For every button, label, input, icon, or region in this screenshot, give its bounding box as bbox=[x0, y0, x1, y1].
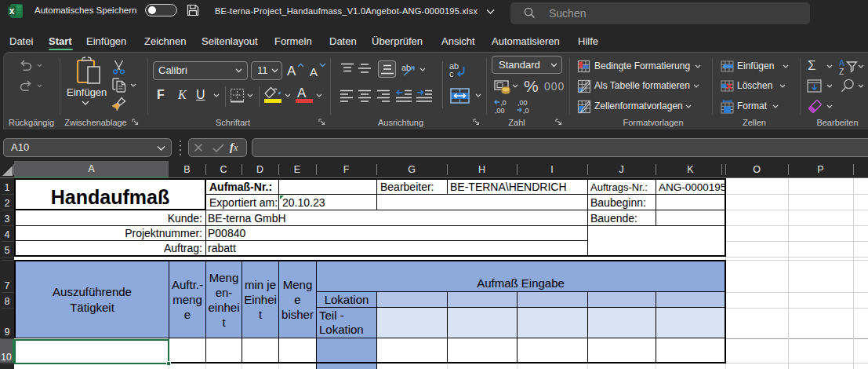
svg-text:,00: ,00 bbox=[495, 107, 505, 114]
svg-text:,0: ,0 bbox=[523, 107, 529, 114]
svg-text:c: c bbox=[449, 69, 454, 78]
svg-text:,00: ,00 bbox=[518, 99, 528, 107]
svg-text:x: x bbox=[9, 5, 15, 16]
svg-text:Z: Z bbox=[839, 67, 844, 75]
svg-text:,0: ,0 bbox=[500, 99, 507, 107]
